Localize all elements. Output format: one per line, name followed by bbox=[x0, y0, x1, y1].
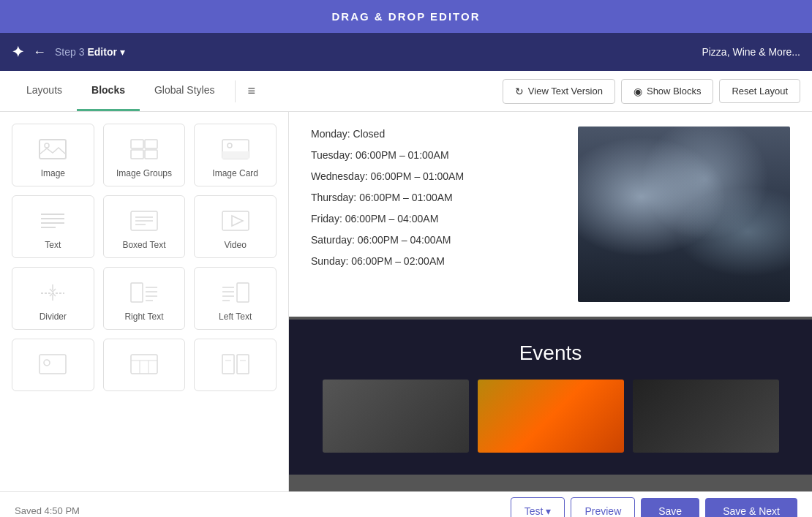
hour-sunday: Sunday: 06:00PM – 02:00AM bbox=[311, 254, 549, 269]
tab-layouts[interactable]: Layouts bbox=[12, 71, 77, 111]
show-blocks-button[interactable]: ◉ Show Blocks bbox=[621, 79, 713, 104]
svg-rect-5 bbox=[145, 150, 157, 159]
svg-rect-43 bbox=[237, 355, 249, 374]
svg-rect-0 bbox=[40, 140, 66, 159]
hour-monday: Monday: Closed bbox=[311, 127, 549, 142]
svg-rect-7 bbox=[222, 151, 249, 159]
nav-editor-label: Editor bbox=[87, 46, 116, 58]
block-image-groups[interactable]: Image Groups bbox=[103, 124, 186, 186]
hours-image bbox=[578, 127, 790, 302]
save-next-button[interactable]: Save & Next bbox=[705, 498, 797, 518]
svg-point-37 bbox=[44, 360, 50, 366]
block-video-label: Video bbox=[224, 240, 246, 250]
svg-point-8 bbox=[228, 143, 232, 148]
svg-rect-35 bbox=[237, 283, 249, 302]
block-boxed-text[interactable]: Boxed Text bbox=[103, 195, 186, 258]
svg-rect-2 bbox=[131, 140, 143, 148]
save-button[interactable]: Save bbox=[641, 498, 699, 518]
block-image[interactable]: Image bbox=[12, 124, 94, 186]
events-images bbox=[311, 380, 790, 453]
menu-icon[interactable]: ≡ bbox=[241, 80, 261, 102]
block-image-card-icon bbox=[218, 136, 253, 162]
block-extra2-icon bbox=[127, 351, 162, 377]
block-extra3-icon bbox=[218, 351, 253, 377]
event-image-2 bbox=[478, 380, 624, 453]
hour-friday: Friday: 06:00PM – 04:00AM bbox=[311, 211, 549, 227]
svg-rect-3 bbox=[145, 140, 157, 148]
nav-step: Step 3 bbox=[55, 46, 84, 58]
glass-image-visual bbox=[578, 127, 790, 302]
top-banner: DRAG & DROP EDITOR bbox=[0, 0, 812, 33]
svg-rect-17 bbox=[222, 211, 249, 230]
block-divider-label: Divider bbox=[40, 312, 67, 322]
svg-rect-26 bbox=[131, 283, 143, 302]
footer: Saved 4:50 PM Test ▾ Preview Save Save &… bbox=[0, 491, 812, 517]
top-banner-title: DRAG & DROP EDITOR bbox=[332, 10, 481, 23]
event-image-1 bbox=[323, 380, 469, 453]
block-video-icon bbox=[218, 208, 253, 234]
block-image-card-label: Image Card bbox=[212, 168, 258, 178]
nav-bar: ✦ ← Step 3 Editor ▾ Pizza, Wine & More..… bbox=[0, 33, 812, 71]
block-image-card[interactable]: Image Card bbox=[194, 124, 277, 186]
preview-button[interactable]: Preview bbox=[571, 497, 635, 518]
block-divider-icon bbox=[35, 279, 70, 306]
view-text-version-button[interactable]: ↻ View Text Version bbox=[503, 79, 615, 104]
toolbar-tabs: Layouts Blocks Global Styles bbox=[12, 71, 229, 111]
block-extra3[interactable] bbox=[194, 339, 277, 391]
hour-wednesday: Wednesday: 06:00PM – 01:00AM bbox=[311, 169, 549, 184]
svg-rect-38 bbox=[131, 355, 157, 374]
tab-global-styles[interactable]: Global Styles bbox=[140, 71, 229, 111]
svg-rect-36 bbox=[40, 355, 66, 374]
nav-back-button[interactable]: ← bbox=[33, 45, 46, 60]
sidebar: Image Image Groups bbox=[0, 112, 289, 491]
block-extra2[interactable] bbox=[103, 339, 186, 391]
block-left-text-icon bbox=[218, 279, 253, 306]
block-right-text-icon bbox=[127, 279, 162, 306]
block-extra1-icon bbox=[35, 351, 70, 377]
svg-marker-18 bbox=[232, 216, 243, 226]
svg-rect-4 bbox=[131, 150, 143, 159]
footer-saved-text: Saved 4:50 PM bbox=[15, 505, 80, 516]
tab-blocks[interactable]: Blocks bbox=[77, 71, 140, 111]
test-dropdown-icon: ▾ bbox=[546, 505, 551, 517]
events-title: Events bbox=[311, 341, 790, 365]
block-text[interactable]: Text bbox=[12, 195, 94, 258]
hour-tuesday: Tuesday: 06:00PM – 01:00AM bbox=[311, 148, 549, 163]
block-image-groups-label: Image Groups bbox=[116, 168, 172, 178]
hours-section-inner: Monday: Closed Tuesday: 06:00PM – 01:00A… bbox=[289, 112, 812, 317]
events-section: Events bbox=[289, 320, 812, 475]
block-left-text[interactable]: Left Text bbox=[194, 267, 277, 330]
toolbar-divider bbox=[235, 80, 236, 102]
event-image-3 bbox=[633, 380, 779, 453]
svg-rect-42 bbox=[222, 355, 234, 374]
block-image-label: Image bbox=[41, 168, 65, 178]
hours-section: Monday: Closed Tuesday: 06:00PM – 01:00A… bbox=[289, 112, 812, 317]
block-divider[interactable]: Divider bbox=[12, 267, 94, 330]
hour-thursday: Thursday: 06:00PM – 01:00AM bbox=[311, 190, 549, 205]
svg-point-1 bbox=[45, 143, 49, 148]
block-image-groups-icon bbox=[127, 136, 162, 162]
test-button[interactable]: Test ▾ bbox=[511, 497, 565, 518]
toolbar: Layouts Blocks Global Styles ≡ ↻ View Te… bbox=[0, 71, 812, 112]
block-video[interactable]: Video bbox=[194, 195, 277, 258]
block-right-text-label: Right Text bbox=[124, 312, 163, 322]
hour-saturday: Saturday: 06:00PM – 04:00AM bbox=[311, 233, 549, 248]
block-image-icon bbox=[35, 136, 70, 162]
hours-text: Monday: Closed Tuesday: 06:00PM – 01:00A… bbox=[311, 127, 549, 275]
blocks-grid: Image Image Groups bbox=[12, 124, 277, 391]
nav-restaurant-name: Pizza, Wine & More... bbox=[702, 46, 800, 58]
block-boxed-text-icon bbox=[127, 208, 162, 234]
block-boxed-text-label: Boxed Text bbox=[122, 240, 165, 250]
toolbar-actions: ↻ View Text Version ◉ Show Blocks Reset … bbox=[503, 79, 800, 104]
block-text-label: Text bbox=[45, 240, 61, 250]
eye-icon: ◉ bbox=[634, 86, 642, 97]
refresh-icon: ↻ bbox=[515, 86, 524, 97]
main-layout: Image Image Groups bbox=[0, 112, 812, 491]
nav-logo: ✦ bbox=[12, 43, 24, 61]
block-extra1[interactable] bbox=[12, 339, 94, 391]
block-left-text-label: Left Text bbox=[219, 312, 252, 322]
reset-layout-button[interactable]: Reset Layout bbox=[719, 79, 800, 103]
nav-chevron-icon[interactable]: ▾ bbox=[120, 46, 125, 58]
block-right-text[interactable]: Right Text bbox=[103, 267, 186, 330]
block-text-icon bbox=[35, 208, 70, 234]
